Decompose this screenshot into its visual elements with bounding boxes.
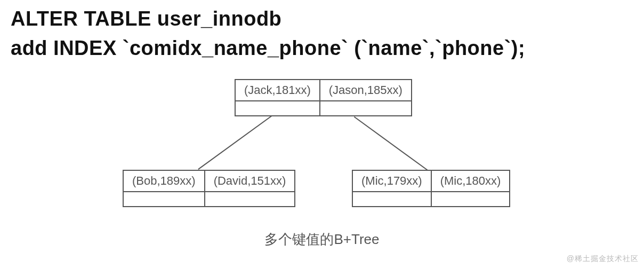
btree-diagram: (Jack,181xx) (Jason,185xx) (Bob,189xx) (… — [0, 68, 644, 261]
btree-right-key-0: (Mic,179xx) — [353, 171, 431, 192]
btree-root-key-0: (Jack,181xx) — [236, 80, 319, 101]
diagram-caption: 多个键值的B+Tree — [264, 230, 379, 249]
btree-left-cell-1: (David,151xx) — [205, 171, 295, 206]
btree-right-slot-1 — [432, 192, 510, 206]
btree-right-key-1: (Mic,180xx) — [432, 171, 510, 192]
btree-left-key-1: (David,151xx) — [205, 171, 295, 192]
btree-right-leaf: (Mic,179xx) (Mic,180xx) — [352, 170, 510, 207]
btree-left-slot-1 — [205, 192, 295, 206]
btree-root-cell-1: (Jason,185xx) — [320, 80, 411, 115]
sql-line-2: add INDEX `comidx_name_phone` (`name`,`p… — [11, 34, 633, 63]
btree-right-slot-0 — [353, 192, 431, 206]
btree-left-slot-0 — [124, 192, 204, 206]
btree-left-cell-0: (Bob,189xx) — [124, 171, 205, 206]
btree-root-slot-0 — [236, 101, 319, 115]
btree-right-cell-1: (Mic,180xx) — [432, 171, 510, 206]
btree-left-key-0: (Bob,189xx) — [124, 171, 204, 192]
btree-root-slot-1 — [320, 101, 411, 115]
sql-line-1: ALTER TABLE user_innodb — [11, 4, 633, 34]
btree-root-node: (Jack,181xx) (Jason,185xx) — [235, 79, 412, 116]
sql-statement: ALTER TABLE user_innodb add INDEX `comid… — [0, 0, 644, 68]
btree-root-cell-0: (Jack,181xx) — [236, 80, 320, 115]
btree-edge-right — [354, 116, 428, 171]
btree-left-leaf: (Bob,189xx) (David,151xx) — [123, 170, 295, 207]
btree-root-key-1: (Jason,185xx) — [320, 80, 411, 101]
btree-edge-left — [198, 116, 272, 170]
watermark: @稀土掘金技术社区 — [567, 254, 639, 264]
btree-right-cell-0: (Mic,179xx) — [353, 171, 432, 206]
